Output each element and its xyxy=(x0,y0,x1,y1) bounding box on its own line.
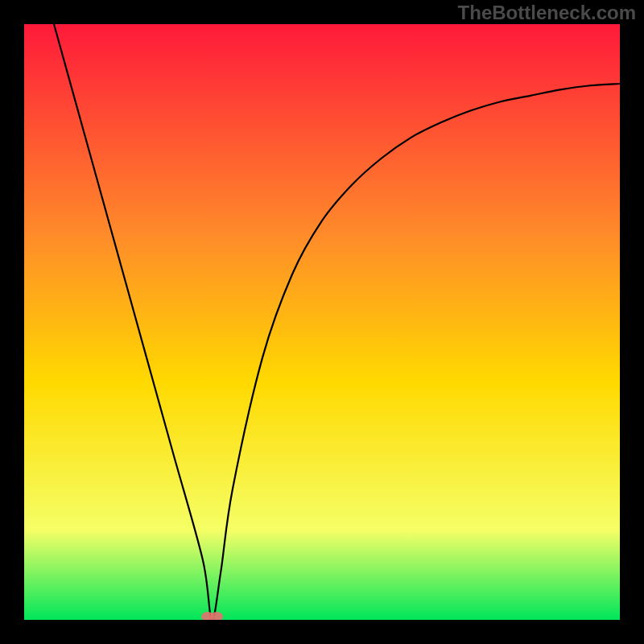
chart-frame: TheBottleneck.com xyxy=(0,0,644,644)
watermark-text: TheBottleneck.com xyxy=(458,2,636,24)
plot-area xyxy=(24,24,620,620)
gradient-background xyxy=(24,24,620,620)
chart-svg xyxy=(24,24,620,620)
